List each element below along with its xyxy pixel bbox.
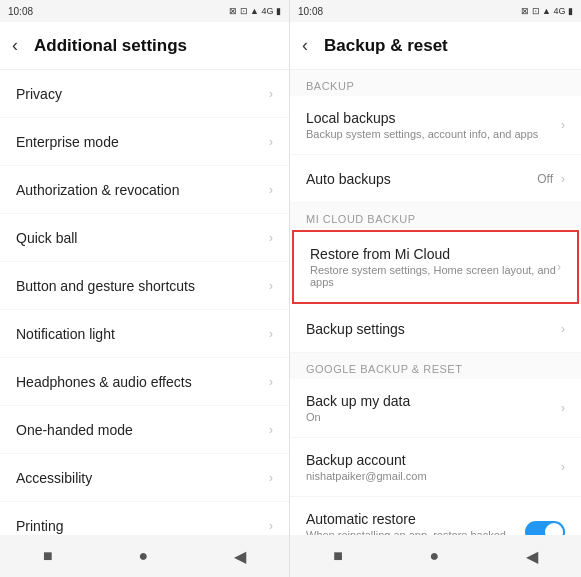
right-status-bar: 10:08 ⊠ ⊡ ▲ 4G ▮ [290, 0, 581, 22]
settings-item-headphones[interactable]: Headphones & audio effects › [0, 358, 289, 406]
settings-item-restore-mi-cloud[interactable]: Restore from Mi Cloud Restore system set… [292, 230, 579, 304]
settings-item-enterprise[interactable]: Enterprise mode › [0, 118, 289, 166]
chevron-icon: › [269, 519, 273, 533]
settings-item-privacy[interactable]: Privacy › [0, 70, 289, 118]
settings-item-authorization[interactable]: Authorization & revocation › [0, 166, 289, 214]
left-nav-square[interactable]: ■ [43, 547, 53, 565]
right-panel: 10:08 ⊠ ⊡ ▲ 4G ▮ ‹ Backup & reset BACKUP… [290, 0, 581, 577]
chevron-icon: › [561, 172, 565, 186]
left-nav-back[interactable]: ◀ [234, 547, 246, 566]
settings-item-printing[interactable]: Printing › [0, 502, 289, 535]
left-status-icons: ⊠ ⊡ ▲ 4G ▮ [229, 6, 281, 16]
settings-item-onehanded[interactable]: One-handed mode › [0, 406, 289, 454]
settings-item-local-backups[interactable]: Local backups Backup system settings, ac… [290, 96, 581, 155]
settings-item-notification-light[interactable]: Notification light › [0, 310, 289, 358]
right-time: 10:08 [298, 6, 323, 17]
chevron-icon: › [269, 423, 273, 437]
left-bottom-nav: ■ ● ◀ [0, 535, 289, 577]
right-back-button[interactable]: ‹ [302, 35, 308, 56]
chevron-icon: › [561, 118, 565, 132]
right-settings-list: BACKUP Local backups Backup system setti… [290, 70, 581, 535]
chevron-icon: › [269, 279, 273, 293]
left-header: ‹ Additional settings [0, 22, 289, 70]
chevron-icon: › [269, 231, 273, 245]
chevron-icon: › [269, 135, 273, 149]
chevron-icon: › [269, 87, 273, 101]
right-page-title: Backup & reset [324, 36, 448, 56]
right-nav-square[interactable]: ■ [333, 547, 343, 565]
left-time: 10:08 [8, 6, 33, 17]
chevron-icon: › [557, 260, 561, 274]
right-status-icons: ⊠ ⊡ ▲ 4G ▮ [521, 6, 573, 16]
left-panel: 10:08 ⊠ ⊡ ▲ 4G ▮ ‹ Additional settings P… [0, 0, 290, 577]
settings-item-auto-backups[interactable]: Auto backups Off › [290, 155, 581, 203]
settings-item-back-up-my-data[interactable]: Back up my data On › [290, 379, 581, 438]
auto-backup-status: Off [537, 172, 553, 186]
right-header: ‹ Backup & reset [290, 22, 581, 70]
section-label-google-backup: GOOGLE BACKUP & RESET [290, 353, 581, 379]
left-settings-list: Privacy › Enterprise mode › Authorizatio… [0, 70, 289, 535]
settings-item-quickball[interactable]: Quick ball › [0, 214, 289, 262]
section-label-mi-cloud: MI CLOUD BACKUP [290, 203, 581, 229]
right-nav-back[interactable]: ◀ [526, 547, 538, 566]
settings-item-gestures[interactable]: Button and gesture shortcuts › [0, 262, 289, 310]
left-page-title: Additional settings [34, 36, 187, 56]
section-label-backup: BACKUP [290, 70, 581, 96]
chevron-icon: › [561, 460, 565, 474]
left-back-button[interactable]: ‹ [12, 35, 18, 56]
right-nav-circle[interactable]: ● [429, 547, 439, 565]
chevron-icon: › [561, 401, 565, 415]
settings-item-backup-settings[interactable]: Backup settings › [290, 305, 581, 353]
left-status-bar: 10:08 ⊠ ⊡ ▲ 4G ▮ [0, 0, 289, 22]
chevron-icon: › [269, 183, 273, 197]
settings-item-accessibility[interactable]: Accessibility › [0, 454, 289, 502]
settings-item-backup-account[interactable]: Backup account nishatpaiker@gmail.com › [290, 438, 581, 497]
chevron-icon: › [269, 471, 273, 485]
automatic-restore-toggle[interactable] [525, 521, 565, 535]
chevron-icon: › [269, 327, 273, 341]
left-nav-circle[interactable]: ● [138, 547, 148, 565]
chevron-icon: › [269, 375, 273, 389]
right-bottom-nav: ■ ● ◀ [290, 535, 581, 577]
settings-item-automatic-restore[interactable]: Automatic restore When reinstalling an a… [290, 497, 581, 535]
chevron-icon: › [561, 322, 565, 336]
